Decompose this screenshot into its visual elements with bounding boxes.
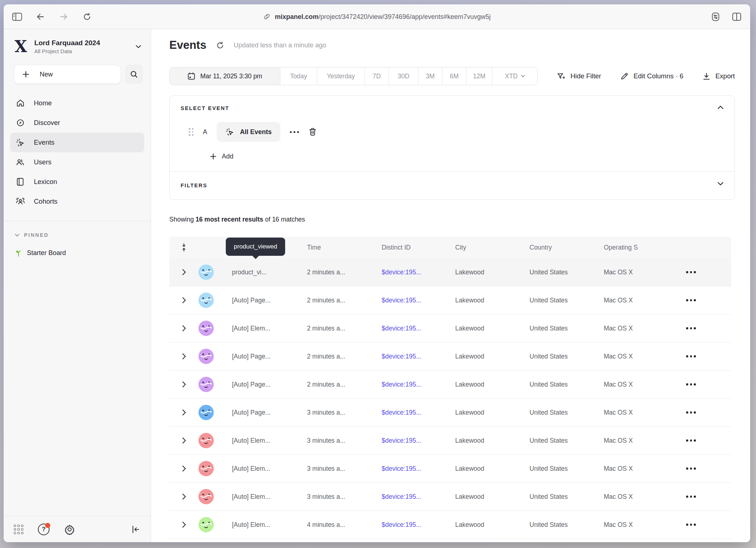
table-row[interactable]: product_vi... 2 minutes a... $device:195… — [169, 258, 731, 286]
expand-row-icon[interactable] — [169, 325, 198, 332]
time-cell: 2 minutes a... — [307, 353, 382, 360]
apps-grid-icon[interactable] — [14, 525, 23, 534]
events-table: Time Distinct ID City Country Operating … — [169, 236, 731, 542]
row-menu-icon[interactable] — [686, 271, 731, 273]
sidebar-item-discover[interactable]: Discover — [10, 113, 144, 133]
row-menu-icon[interactable] — [686, 439, 731, 442]
forward-icon[interactable] — [58, 11, 69, 22]
row-menu-icon[interactable] — [686, 355, 731, 357]
browser-window: mixpanel.com/project/3472420/view/397469… — [4, 4, 750, 542]
expand-row-icon[interactable] — [169, 353, 198, 360]
range-yesterday[interactable]: Yesterday — [317, 67, 365, 85]
add-event-button[interactable]: Add — [210, 153, 724, 160]
filters-label: FILTERS — [181, 183, 724, 188]
help-icon[interactable]: ? — [38, 524, 50, 535]
col-country[interactable]: Country — [529, 244, 604, 251]
row-menu-icon[interactable] — [686, 524, 731, 526]
url-bar[interactable]: mixpanel.com/project/3472420/view/397469… — [263, 13, 491, 20]
range-6m[interactable]: 6M — [442, 67, 466, 85]
more-options-icon[interactable] — [290, 131, 299, 133]
pinned-label: PINNED — [24, 232, 49, 238]
distinct-id-link[interactable]: $device:195... — [382, 353, 455, 360]
expand-row-icon[interactable] — [169, 381, 198, 388]
edit-columns-button[interactable]: Edit Columns · 6 — [620, 72, 684, 81]
collapse-sidebar-icon[interactable] — [131, 525, 141, 534]
date-picker-button[interactable]: Mar 11, 2025 3:30 pm — [170, 67, 280, 85]
distinct-id-link[interactable]: $device:195... — [382, 297, 455, 304]
distinct-id-link[interactable]: $device:195... — [382, 325, 455, 332]
split-view-icon[interactable] — [731, 11, 742, 22]
edit-columns-label: Edit Columns · 6 — [634, 72, 684, 80]
new-button[interactable]: New — [14, 65, 121, 84]
pinned-section-header[interactable]: PINNED — [15, 232, 151, 238]
expand-row-icon[interactable] — [169, 269, 198, 275]
page-settings-icon[interactable] — [710, 11, 721, 22]
table-row[interactable]: [Auto] Elem... 3 minutes a... $device:19… — [169, 455, 731, 483]
distinct-id-link[interactable]: $device:195... — [382, 521, 455, 529]
table-row[interactable]: [Auto] Page... 3 minutes a... $device:19… — [169, 399, 731, 427]
table-row[interactable]: [Auto] Page... 2 minutes a... $device:19… — [169, 342, 731, 371]
distinct-id-link[interactable]: $device:195... — [382, 465, 455, 473]
reload-icon[interactable] — [82, 11, 92, 22]
drag-handle-icon[interactable] — [189, 128, 193, 136]
distinct-id-link[interactable]: $device:195... — [382, 409, 455, 416]
col-operating-system[interactable]: Operating S — [604, 244, 677, 251]
distinct-id-link[interactable]: $device:195... — [382, 493, 455, 501]
table-row[interactable]: [Auto] Elem... 4 minutes a... $device:19… — [169, 511, 731, 539]
sidebar-item-lexicon[interactable]: Lexicon — [10, 172, 144, 192]
settings-gear-icon[interactable] — [64, 524, 75, 535]
event-selector-chip[interactable]: All Events — [217, 122, 280, 142]
time-cell: 3 minutes a... — [307, 493, 382, 501]
range-today[interactable]: Today — [280, 67, 317, 85]
expand-filters-icon[interactable] — [717, 182, 724, 186]
sidebar-item-events[interactable]: Events — [10, 133, 144, 152]
back-icon[interactable] — [35, 11, 46, 22]
expand-row-icon[interactable] — [169, 297, 198, 304]
row-menu-icon[interactable] — [686, 467, 731, 470]
refresh-icon[interactable] — [216, 41, 224, 50]
new-button-label: New — [40, 71, 53, 78]
collapse-section-icon[interactable] — [717, 105, 724, 109]
distinct-id-link[interactable]: $device:195... — [382, 381, 455, 388]
row-menu-icon[interactable] — [686, 411, 731, 414]
col-time[interactable]: Time — [307, 244, 382, 251]
sidebar-item-label: Discover — [34, 119, 60, 127]
row-menu-icon[interactable] — [686, 496, 731, 498]
sidebar-item-label: Home — [34, 99, 52, 107]
distinct-id-link[interactable]: $device:195... — [382, 269, 455, 276]
table-row[interactable]: [Auto] Elem... 4 minutes a... $device:19… — [169, 539, 731, 542]
project-switcher[interactable]: X Lord Farquaad 2024 All Project Data — [15, 39, 141, 55]
hide-filter-button[interactable]: Hide Filter — [557, 72, 601, 81]
sidebar-item-cohorts[interactable]: Cohorts — [10, 192, 144, 211]
row-menu-icon[interactable] — [686, 327, 731, 329]
distinct-id-link[interactable]: $device:195... — [382, 437, 455, 445]
table-row[interactable]: [Auto] Page... 2 minutes a... $device:19… — [169, 371, 731, 399]
range-30d[interactable]: 30D — [389, 67, 418, 85]
export-button[interactable]: Export — [702, 72, 735, 81]
range-3m[interactable]: 3M — [418, 67, 442, 85]
search-button[interactable] — [125, 65, 143, 84]
collapse-all-rows-icon[interactable] — [169, 243, 198, 252]
delete-clause-icon[interactable] — [308, 128, 317, 136]
range-7d[interactable]: 7D — [365, 67, 389, 85]
table-row[interactable]: [Auto] Elem... 2 minutes a... $device:19… — [169, 314, 731, 342]
sidebar-item-home[interactable]: Home — [10, 93, 144, 113]
time-cell: 3 minutes a... — [307, 409, 382, 416]
col-distinct-id[interactable]: Distinct ID — [382, 244, 455, 251]
browser-sidebar-toggle-icon[interactable] — [12, 11, 23, 22]
table-row[interactable]: [Auto] Page... 2 minutes a... $device:19… — [169, 286, 731, 314]
sidebar-item-users[interactable]: Users — [10, 152, 144, 172]
range-12m[interactable]: 12M — [466, 67, 492, 85]
col-city[interactable]: City — [455, 244, 529, 251]
sidebar-item-starter-board[interactable]: Starter Board — [15, 249, 151, 257]
table-row[interactable]: [Auto] Elem... 3 minutes a... $device:19… — [169, 427, 731, 455]
expand-row-icon[interactable] — [169, 493, 198, 500]
expand-row-icon[interactable] — [169, 521, 198, 528]
expand-row-icon[interactable] — [169, 465, 198, 472]
table-row[interactable]: [Auto] Elem... 3 minutes a... $device:19… — [169, 483, 731, 511]
row-menu-icon[interactable] — [686, 383, 731, 385]
expand-row-icon[interactable] — [169, 409, 198, 416]
range-xtd[interactable]: XTD — [492, 67, 538, 85]
expand-row-icon[interactable] — [169, 437, 198, 444]
row-menu-icon[interactable] — [686, 299, 731, 301]
